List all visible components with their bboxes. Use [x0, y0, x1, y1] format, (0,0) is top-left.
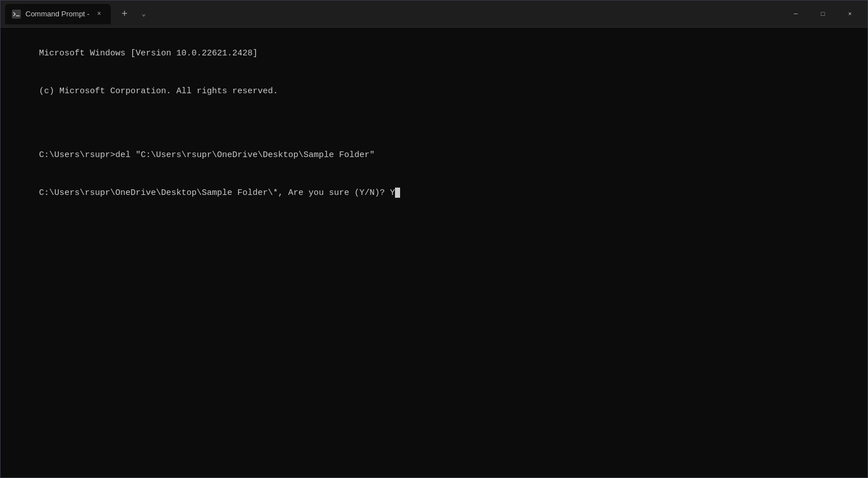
line-5: C:\Users\rsupr\OneDrive\Desktop\Sample F…	[39, 188, 395, 198]
close-button[interactable]: ×	[837, 5, 863, 23]
line-1: Microsoft Windows [Version 10.0.22621.24…	[39, 49, 258, 58]
minimize-button[interactable]: ─	[783, 5, 809, 23]
terminal-cursor	[395, 188, 400, 198]
terminal-window: Command Prompt - × + ⌄ ─ □ × Microsoft W…	[0, 0, 868, 478]
maximize-button[interactable]: □	[810, 5, 836, 23]
new-tab-button[interactable]: +	[115, 5, 133, 23]
tab-close-button[interactable]: ×	[94, 9, 104, 19]
titlebar: Command Prompt - × + ⌄ ─ □ ×	[1, 1, 867, 28]
dropdown-button[interactable]: ⌄	[136, 6, 151, 22]
line-4: C:\Users\rsupr>del "C:\Users\rsupr\OneDr…	[39, 150, 375, 160]
svg-rect-0	[12, 10, 21, 19]
active-tab[interactable]: Command Prompt - ×	[5, 4, 111, 24]
cmd-icon	[12, 10, 21, 19]
tab-title: Command Prompt -	[25, 10, 89, 18]
window-controls: ─ □ ×	[783, 5, 863, 23]
titlebar-left: Command Prompt - × + ⌄	[5, 4, 783, 24]
terminal-body[interactable]: Microsoft Windows [Version 10.0.22621.24…	[1, 28, 867, 477]
line-2: (c) Microsoft Corporation. All rights re…	[39, 86, 278, 96]
terminal-output: Microsoft Windows [Version 10.0.22621.24…	[8, 34, 860, 212]
